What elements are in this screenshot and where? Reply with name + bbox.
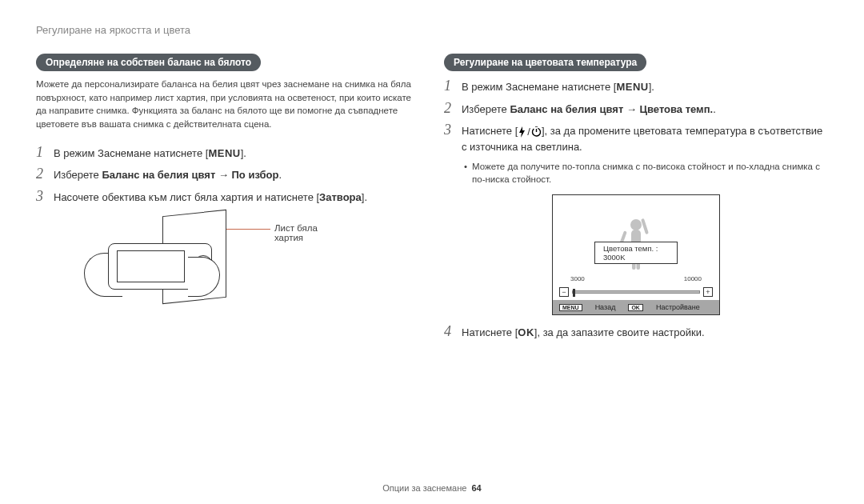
slider-track[interactable]	[572, 290, 700, 294]
step-number: 4	[444, 323, 454, 340]
left-step-2: 2 Изберете Баланс на белия цвят → По изб…	[36, 166, 420, 183]
step-number: 3	[444, 122, 454, 138]
step-number: 3	[36, 188, 46, 205]
callout-label: Лист бяла хартия	[274, 223, 324, 242]
page-footer: Опции за заснемане 64	[0, 483, 864, 493]
r-step1-pre: В режим Заснемане натиснете [	[462, 81, 616, 93]
step-text: В режим Заснемане натиснете [MENU].	[462, 79, 828, 95]
r-step2-pre: Изберете	[462, 103, 510, 115]
slider-thumb[interactable]	[573, 289, 575, 297]
ok-button-label: OK	[518, 326, 534, 338]
right-step-3: 3 Натиснете [ / ], за да промените цвето…	[444, 122, 828, 155]
temp-readout: Цветова темп. : 3000K	[594, 242, 678, 264]
menu-button-label: MENU	[616, 81, 648, 93]
footer-back-label: Назад	[595, 303, 616, 311]
left-step-3: 3 Насочете обектива към лист бяла хартия…	[36, 188, 420, 206]
slider-max: 10000	[684, 275, 702, 282]
svg-rect-6	[641, 218, 649, 234]
step-number: 2	[444, 100, 454, 117]
footer-page-number: 64	[471, 483, 481, 493]
left-step-1: 1 В режим Заснемане натиснете [MENU].	[36, 144, 420, 162]
right-steps: 1 В режим Заснемане натиснете [MENU]. 2 …	[444, 78, 828, 341]
left-section-title: Определяне на собствен баланс на бялото	[36, 54, 261, 71]
callout-line	[226, 229, 270, 230]
step3-bold: Затвора	[319, 191, 362, 203]
step-text: Натиснете [ / ], за да промените цветова…	[462, 123, 828, 155]
right-section-title: Регулиране на цветовата температура	[444, 54, 646, 71]
right-step-1: 1 В режим Заснемане натиснете [MENU].	[444, 78, 828, 95]
step2-bold: Баланс на белия цвят → По избор	[102, 169, 278, 181]
slider-row: − +	[553, 284, 719, 300]
right-step-4: 4 Натиснете [OK], за да запазите своите …	[444, 323, 828, 341]
step2-pre: Изберете	[54, 169, 102, 181]
r-step4-pre: Натиснете [	[462, 326, 518, 338]
camera-screen-icon	[117, 250, 185, 282]
step-text: Натиснете [OK], за да запазите своите на…	[462, 325, 828, 341]
left-steps: 1 В режим Заснемане натиснете [MENU]. 2 …	[36, 144, 420, 206]
step1-post: ].	[241, 147, 246, 159]
step-text: Изберете Баланс на белия цвят → Цветова …	[462, 102, 828, 118]
r-step1-post: ].	[649, 81, 654, 93]
left-column: Определяне на собствен баланс на бялото …	[36, 54, 420, 346]
step2-post: .	[278, 169, 282, 181]
lcd-preview-area: Цветова темп. : 3000K	[553, 195, 719, 275]
step-text: Изберете Баланс на белия цвят → По избор…	[54, 167, 420, 183]
step3-pre: Насочете обектива към лист бяла хартия и…	[54, 191, 319, 203]
flash-timer-icon: /	[518, 124, 542, 140]
step-number: 1	[36, 144, 46, 161]
step3-post: ].	[362, 191, 367, 203]
footer-section: Опции за заснемане	[382, 483, 466, 493]
step1-pre: В режим Заснемане натиснете [	[54, 147, 208, 159]
ok-chip: OK	[628, 304, 643, 311]
bullet-text: Можете да получите по-топла снимка с по-…	[472, 160, 828, 186]
slider-plus-button[interactable]: +	[703, 287, 713, 297]
r-step2-post: .	[713, 103, 716, 115]
slider-minus-button[interactable]: −	[559, 287, 569, 297]
right-step-2: 2 Изберете Баланс на белия цвят → Цветов…	[444, 100, 828, 118]
svg-point-1	[630, 219, 642, 230]
r-step3-pre: Натиснете [	[462, 125, 518, 137]
r-step4-post: ], за да запазите своите настройки.	[534, 326, 705, 338]
right-step3-bullet: Можете да получите по-топла снимка с по-…	[464, 160, 828, 186]
content-columns: Определяне на собствен баланс на бялото …	[36, 54, 828, 346]
step-text: В режим Заснемане натиснете [MENU].	[54, 146, 420, 162]
lcd-diagram: Цветова темп. : 3000K 3000 10000 − + MEN…	[552, 194, 720, 315]
slider-min: 3000	[570, 275, 585, 282]
menu-chip: MENU	[559, 304, 582, 311]
lcd-footer: MENU Назад OK Настройване	[553, 300, 719, 314]
step-number: 1	[444, 78, 454, 94]
page-header: Регулиране на яркостта и цвета	[36, 24, 828, 36]
right-column: Регулиране на цветовата температура 1 В …	[444, 54, 828, 346]
footer-set-label: Настройване	[656, 303, 700, 311]
step-number: 2	[36, 166, 46, 182]
left-intro: Можете да персонализирате баланса на бел…	[36, 78, 420, 131]
step-text: Насочете обектива към лист бяла хартия и…	[54, 190, 420, 206]
r-step2-bold: Баланс на белия цвят → Цветова темп.	[510, 103, 713, 115]
camera-paper-illustration: Лист бяла хартия	[84, 213, 324, 317]
menu-button-label: MENU	[208, 147, 240, 159]
